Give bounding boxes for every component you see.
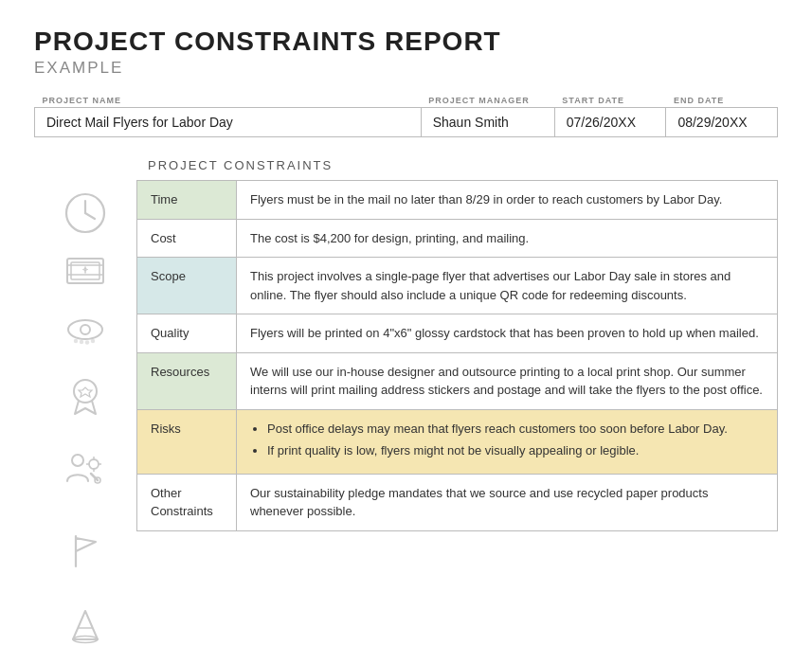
constraint-content-cost: The cost is $4,200 for design, printing,… <box>237 219 778 258</box>
meta-label-end-date: END DATE <box>666 93 778 108</box>
risks-item-2: If print quality is low, flyers might no… <box>267 441 764 460</box>
svg-point-13 <box>91 339 95 343</box>
meta-label-project-manager: PROJECT MANAGER <box>421 93 554 108</box>
icon-cell-risks <box>34 508 136 593</box>
icon-cell-time <box>34 184 136 242</box>
svg-point-12 <box>85 340 89 344</box>
svg-point-9 <box>81 325 90 334</box>
constraint-label-cost: Cost <box>137 219 237 258</box>
constraints-table: Time Flyers must be in the mail no later… <box>136 180 778 531</box>
svg-point-11 <box>80 340 83 344</box>
table-row-quality: Quality Flyers will be printed on 4"x6" … <box>137 314 778 353</box>
table-row-resources: Resources We will use our in-house desig… <box>137 352 778 409</box>
clock-icon <box>60 188 111 239</box>
ribbon-icon <box>60 372 111 423</box>
svg-point-15 <box>72 455 83 466</box>
icons-column <box>34 180 136 646</box>
constraint-label-resources: Resources <box>137 352 237 409</box>
people-icon <box>60 443 111 494</box>
meta-label-start-date: START DATE <box>554 93 666 108</box>
constraint-content-other: Our sustainability pledge mandates that … <box>237 474 778 530</box>
table-row-risks: Risks Post office delays may mean that f… <box>137 409 778 474</box>
risks-item-1: Post office delays may mean that flyers … <box>267 420 764 439</box>
constraint-label-scope: Scope <box>137 258 237 314</box>
svg-point-16 <box>89 459 99 469</box>
constraint-content-time: Flyers must be in the mail no later than… <box>237 181 778 220</box>
eye-icon <box>60 306 111 357</box>
section-title: PROJECT CONSTRAINTS <box>148 158 778 176</box>
report-subtitle: EXAMPLE <box>34 59 778 78</box>
table-row-other: Other Constraints Our sustainability ple… <box>137 474 778 530</box>
svg-point-8 <box>68 320 102 339</box>
icon-cell-cost <box>34 242 136 297</box>
constraints-layout: Time Flyers must be in the mail no later… <box>34 180 778 646</box>
meta-table: PROJECT NAME PROJECT MANAGER START DATE … <box>34 93 778 137</box>
table-row-cost: Cost The cost is $4,200 for design, prin… <box>137 219 778 258</box>
table-row-scope: Scope This project involves a single-pag… <box>137 258 778 314</box>
meta-label-project-name: PROJECT NAME <box>35 93 422 108</box>
report-title: PROJECT CONSTRAINTS REPORT <box>34 27 778 57</box>
table-row-time: Time Flyers must be in the mail no later… <box>137 181 778 220</box>
icon-cell-scope <box>34 297 136 366</box>
svg-point-10 <box>74 339 78 343</box>
svg-line-2 <box>85 213 95 219</box>
constraint-label-quality: Quality <box>137 314 237 353</box>
constraint-content-resources: We will use our in-house designer and ou… <box>237 352 778 409</box>
meta-value-start-date: 07/26/20XX <box>554 108 666 137</box>
icon-cell-quality <box>34 366 136 430</box>
constraint-label-other: Other Constraints <box>137 474 237 530</box>
meta-value-project-manager: Shaun Smith <box>421 108 554 137</box>
constraint-label-time: Time <box>137 181 237 220</box>
svg-point-14 <box>74 380 97 403</box>
cone-icon <box>60 601 111 646</box>
constraint-label-risks: Risks <box>137 409 237 474</box>
constraint-content-scope: This project involves a single-page flye… <box>237 258 778 314</box>
money-icon <box>60 244 111 296</box>
meta-value-project-name: Direct Mail Flyers for Labor Day <box>35 108 422 137</box>
constraint-content-risks: Post office delays may mean that flyers … <box>237 409 778 474</box>
constraint-content-quality: Flyers will be printed on 4"x6" glossy c… <box>237 314 778 353</box>
icon-cell-resources <box>34 430 136 508</box>
icon-cell-other <box>34 593 136 646</box>
flag-icon <box>60 525 111 576</box>
meta-value-end-date: 08/29/20XX <box>666 108 778 137</box>
